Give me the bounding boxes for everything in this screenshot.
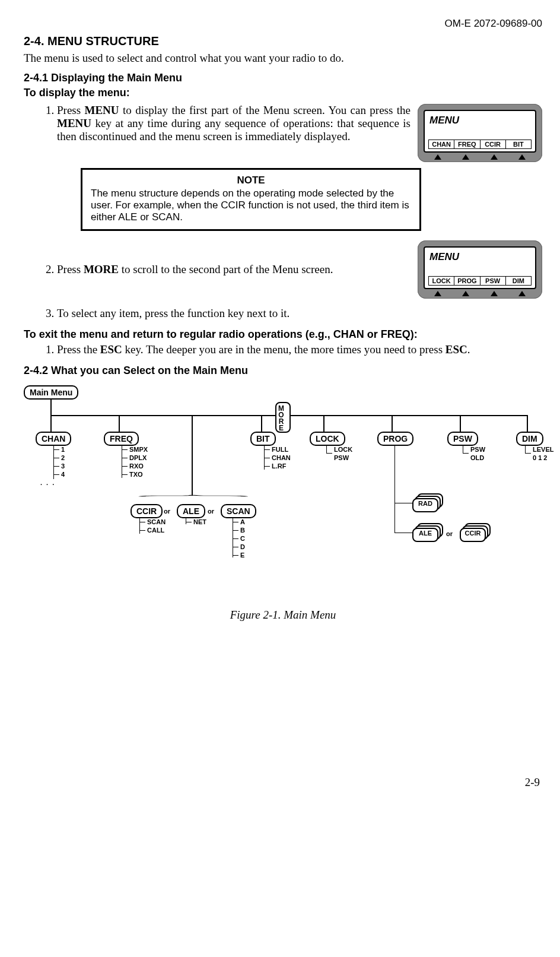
lock-item-lock: LOCK bbox=[334, 446, 352, 453]
exit-step-a: Press the bbox=[57, 343, 100, 356]
node-rad: RAD bbox=[412, 500, 438, 507]
node-scan: SCAN bbox=[221, 504, 256, 518]
ale-item-net: NET bbox=[193, 518, 206, 525]
lcd1-softkeys: CHAN FREQ CCIR BIT bbox=[428, 140, 532, 149]
lcd-screen-2: MENU LOCK PROG PSW DIM bbox=[418, 240, 542, 299]
freq-item-dplx: DPLX bbox=[129, 454, 147, 461]
node-prog-ale: ALE bbox=[412, 530, 438, 537]
chan-item-2: 2 bbox=[61, 454, 65, 461]
scan-item-e: E bbox=[240, 552, 244, 559]
exit-esc-key2: ESC bbox=[446, 343, 467, 356]
step1-text-c: key at any time during any sequence of o… bbox=[57, 117, 411, 142]
triangle-up-icon bbox=[491, 154, 498, 160]
chan-item-3: 3 bbox=[61, 462, 65, 470]
doc-id: OM-E 2072-09689-00 bbox=[24, 18, 542, 30]
exit-heading: To exit the menu and return to regular r… bbox=[24, 328, 542, 341]
step1-menu-key: MENU bbox=[85, 104, 119, 116]
step1-menu-key2: MENU bbox=[57, 117, 91, 129]
step-2: Press MORE to scroll to the second part … bbox=[57, 240, 542, 299]
note-title: NOTE bbox=[91, 175, 411, 186]
heading-241: 2-4.1 Displaying the Main Menu bbox=[24, 72, 542, 84]
ccir-item-call: CALL bbox=[147, 527, 164, 534]
node-ccir: CCIR bbox=[131, 504, 163, 518]
psw-item-old: OLD bbox=[470, 454, 484, 461]
page-number: 2-9 bbox=[24, 776, 542, 789]
menu-tree-diagram: Main Menu MORE CHAN 1 2 3 4 . . . FREQ S… bbox=[24, 385, 542, 622]
triangle-up-icon bbox=[434, 291, 441, 296]
triangle-up-icon bbox=[518, 291, 526, 296]
triangle-up-icon bbox=[434, 154, 441, 160]
node-lock: LOCK bbox=[310, 432, 345, 446]
node-prog: PROG bbox=[377, 432, 413, 446]
lcd1-title: MENU bbox=[428, 115, 532, 126]
heading-242: 2-4.2 What you can Select on the Main Me… bbox=[24, 365, 542, 377]
lcd2-k1: LOCK bbox=[429, 277, 454, 285]
node-dim: DIM bbox=[516, 432, 543, 446]
heading-menu-structure: 2-4. MENU STRUCTURE bbox=[24, 34, 542, 48]
step2-b: to scroll to the second part of the Menu… bbox=[119, 263, 333, 275]
lcd2-softkeys: LOCK PROG PSW DIM bbox=[428, 276, 532, 286]
chan-item-dots: . . . bbox=[40, 479, 55, 486]
note-box: NOTE The menu structure depends on the o… bbox=[81, 168, 421, 231]
lcd1-k1: CHAN bbox=[429, 140, 454, 148]
lcd2-k4: DIM bbox=[506, 277, 531, 285]
freq-item-smpx: SMPX bbox=[129, 446, 148, 453]
bit-item-lrf: L.RF bbox=[272, 462, 286, 470]
or-label-1: or bbox=[164, 508, 170, 515]
triangle-up-icon bbox=[462, 154, 469, 160]
to-display-heading: To display the menu: bbox=[24, 87, 542, 99]
freq-item-txo: TXO bbox=[129, 471, 143, 478]
exit-step-b: key. The deeper you are in the menu, the… bbox=[122, 343, 446, 356]
ccir-item-scan: SCAN bbox=[147, 518, 166, 525]
figure-caption: Figure 2-1. Main Menu bbox=[24, 609, 542, 622]
chan-item-1: 1 bbox=[61, 446, 65, 453]
intro-text: The menu is used to select and control w… bbox=[24, 52, 542, 65]
step1-text-a: Press bbox=[57, 104, 85, 116]
lcd2-k2: PROG bbox=[454, 277, 480, 285]
node-chan: CHAN bbox=[36, 432, 71, 446]
triangle-up-icon bbox=[518, 154, 526, 160]
freq-item-rxo: RXO bbox=[129, 462, 144, 470]
bit-item-full: FULL bbox=[272, 446, 288, 453]
bit-item-chan: CHAN bbox=[272, 454, 291, 461]
triangle-up-icon bbox=[491, 291, 498, 296]
node-bit: BIT bbox=[250, 432, 276, 446]
note-body: The menu structure depends on the operat… bbox=[91, 188, 411, 223]
node-prog-ccir: CCIR bbox=[460, 530, 486, 537]
exit-esc-key: ESC bbox=[100, 343, 122, 356]
psw-item-psw: PSW bbox=[470, 446, 485, 453]
triangle-up-icon bbox=[462, 291, 469, 296]
scan-item-b: B bbox=[240, 527, 245, 534]
step2-more-key: MORE bbox=[84, 263, 119, 275]
step-3: To select any item, press the function k… bbox=[57, 307, 542, 320]
step1-text-b: to display the first part of the Menu sc… bbox=[119, 104, 411, 116]
exit-step-c: . bbox=[467, 343, 470, 356]
scan-item-d: D bbox=[240, 543, 245, 550]
node-psw: PSW bbox=[447, 432, 478, 446]
lcd1-k2: FREQ bbox=[454, 140, 480, 148]
lcd1-k4: BIT bbox=[506, 140, 531, 148]
brace-icon: ⏞ bbox=[139, 494, 247, 503]
lock-item-psw: PSW bbox=[334, 454, 349, 461]
or-label-2: or bbox=[208, 508, 214, 515]
lcd2-title: MENU bbox=[428, 251, 532, 263]
scan-item-a: A bbox=[240, 518, 245, 525]
node-more: MORE bbox=[275, 402, 291, 433]
exit-step: Press the ESC key. The deeper you are in… bbox=[57, 343, 542, 356]
or-label-3: or bbox=[446, 530, 453, 537]
scan-item-c: C bbox=[240, 535, 245, 542]
step2-a: Press bbox=[57, 263, 84, 275]
node-freq: FREQ bbox=[104, 432, 139, 446]
lcd2-k3: PSW bbox=[481, 277, 506, 285]
node-main-menu: Main Menu bbox=[24, 385, 78, 400]
lcd1-k3: CCIR bbox=[481, 140, 506, 148]
chan-item-4: 4 bbox=[61, 471, 65, 478]
step-1: Press MENU to display the first part of … bbox=[57, 104, 542, 231]
dim-item-level: LEVEL bbox=[533, 446, 553, 453]
lcd-screen-1: MENU CHAN FREQ CCIR BIT bbox=[418, 104, 542, 162]
node-ale: ALE bbox=[177, 504, 205, 518]
dim-item-012: 0 1 2 bbox=[533, 454, 547, 461]
